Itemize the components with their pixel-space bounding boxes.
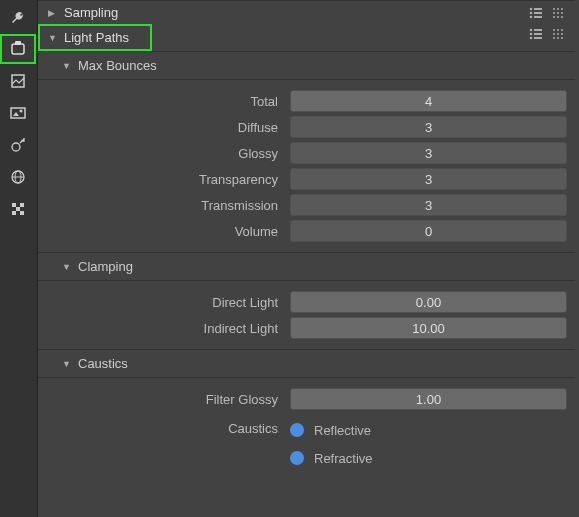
svg-point-26: [561, 12, 563, 14]
svg-rect-0: [12, 44, 24, 54]
svg-point-36: [553, 29, 555, 31]
checker-icon: [10, 201, 26, 217]
svg-rect-14: [20, 211, 24, 215]
caustics-label: Caustics: [62, 418, 290, 440]
scene-icon: [10, 137, 26, 153]
caustics-title: Caustics: [78, 356, 128, 371]
svg-rect-12: [16, 207, 20, 211]
svg-point-40: [557, 33, 559, 35]
svg-point-44: [561, 37, 563, 39]
properties-panel: ▶ Sampling ▼ Light Paths ▼ Max Bounces T…: [38, 0, 579, 517]
chevron-down-icon: ▼: [62, 359, 72, 369]
image-icon: [10, 105, 26, 121]
svg-rect-31: [534, 29, 542, 31]
svg-point-34: [530, 37, 533, 40]
svg-point-27: [553, 16, 555, 18]
svg-rect-2: [12, 75, 24, 87]
glossy-input[interactable]: 3: [290, 142, 567, 164]
sampling-section-header[interactable]: ▶ Sampling: [38, 0, 575, 24]
list-icon[interactable]: [529, 6, 543, 20]
tab-tools[interactable]: [0, 2, 36, 32]
svg-point-43: [557, 37, 559, 39]
svg-rect-11: [20, 203, 24, 207]
transparency-input[interactable]: 3: [290, 168, 567, 190]
max-bounces-label: Max Bounces: [78, 58, 157, 73]
clamping-subheader[interactable]: ▼ Clamping: [38, 252, 575, 281]
svg-point-17: [530, 11, 533, 14]
indirect-light-label: Indirect Light: [62, 321, 290, 336]
direct-light-label: Direct Light: [62, 295, 290, 310]
glossy-label: Glossy: [62, 146, 290, 161]
svg-point-5: [20, 110, 23, 113]
chevron-down-icon: ▼: [62, 262, 72, 272]
list-icon[interactable]: [529, 27, 543, 41]
tab-render[interactable]: [0, 34, 36, 64]
refractive-label: Refractive: [314, 451, 373, 466]
tab-material[interactable]: [0, 194, 36, 224]
transmission-label: Transmission: [62, 198, 290, 213]
tab-bar: [0, 0, 38, 517]
diffuse-input[interactable]: 3: [290, 116, 567, 138]
svg-point-38: [561, 29, 563, 31]
svg-point-30: [530, 29, 533, 32]
svg-point-15: [530, 7, 533, 10]
radio-on-icon: [290, 451, 304, 465]
svg-marker-4: [13, 112, 19, 116]
grid-icon[interactable]: [551, 6, 565, 20]
svg-rect-10: [12, 203, 16, 207]
tab-scene[interactable]: [0, 130, 36, 160]
svg-rect-16: [534, 8, 542, 10]
caustics-subheader[interactable]: ▼ Caustics: [38, 349, 575, 378]
filter-glossy-label: Filter Glossy: [62, 392, 290, 407]
svg-point-28: [557, 16, 559, 18]
svg-point-6: [12, 143, 20, 151]
svg-point-42: [553, 37, 555, 39]
svg-point-29: [561, 16, 563, 18]
sampling-label: Sampling: [64, 5, 118, 20]
reflective-checkbox[interactable]: Reflective: [290, 418, 567, 442]
clamping-label: Clamping: [78, 259, 133, 274]
output-icon: [10, 73, 26, 89]
svg-point-25: [557, 12, 559, 14]
svg-point-23: [561, 8, 563, 10]
tab-world[interactable]: [0, 162, 36, 192]
volume-label: Volume: [62, 224, 290, 239]
svg-rect-18: [534, 12, 542, 14]
radio-on-icon: [290, 423, 304, 437]
volume-input[interactable]: 0: [290, 220, 567, 242]
transmission-input[interactable]: 3: [290, 194, 567, 216]
svg-rect-33: [534, 33, 542, 35]
total-input[interactable]: 4: [290, 90, 567, 112]
transparency-label: Transparency: [62, 172, 290, 187]
svg-rect-3: [11, 108, 25, 118]
grid-icon[interactable]: [551, 27, 565, 41]
refractive-checkbox[interactable]: Refractive: [290, 446, 567, 470]
tab-output[interactable]: [0, 66, 36, 96]
chevron-right-icon: ▶: [48, 8, 58, 18]
indirect-light-input[interactable]: 10.00: [290, 317, 567, 339]
max-bounces-subheader[interactable]: ▼ Max Bounces: [38, 51, 575, 80]
svg-point-19: [530, 15, 533, 18]
total-label: Total: [62, 94, 290, 109]
svg-point-37: [557, 29, 559, 31]
svg-rect-35: [534, 37, 542, 39]
render-icon: [10, 41, 26, 57]
svg-point-22: [557, 8, 559, 10]
svg-rect-1: [15, 41, 21, 45]
svg-point-21: [553, 8, 555, 10]
direct-light-input[interactable]: 0.00: [290, 291, 567, 313]
filter-glossy-input[interactable]: 1.00: [290, 388, 567, 410]
svg-point-39: [553, 33, 555, 35]
svg-rect-20: [534, 16, 542, 18]
tab-image[interactable]: [0, 98, 36, 128]
diffuse-label: Diffuse: [62, 120, 290, 135]
reflective-label: Reflective: [314, 423, 371, 438]
svg-point-41: [561, 33, 563, 35]
chevron-down-icon: ▼: [62, 61, 72, 71]
wrench-icon: [10, 9, 26, 25]
svg-point-24: [553, 12, 555, 14]
svg-point-32: [530, 33, 533, 36]
svg-rect-13: [12, 211, 16, 215]
world-icon: [10, 169, 26, 185]
